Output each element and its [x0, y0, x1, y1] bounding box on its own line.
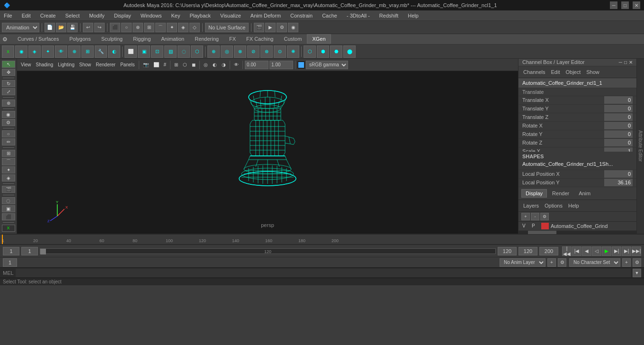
prev-key-btn[interactable]: |◀: [572, 246, 581, 256]
play-back-btn[interactable]: ◁: [592, 246, 601, 256]
xgen-tool-12[interactable]: ⊡: [151, 45, 163, 58]
prev-frame-btn[interactable]: ◀: [582, 246, 591, 256]
channel-value[interactable]: 1: [604, 147, 633, 151]
module-tab-polygons[interactable]: Polygons: [64, 34, 96, 44]
channel-value[interactable]: 0: [604, 96, 633, 104]
grid-btn[interactable]: #: [162, 61, 169, 68]
render-settings-btn[interactable]: ⚙: [277, 23, 287, 32]
play-fwd-btn[interactable]: ▶: [602, 246, 611, 256]
menu-item-edit[interactable]: Edit: [20, 12, 33, 19]
xgen-tool-15[interactable]: ⬡: [191, 45, 203, 58]
maximize-button[interactable]: □: [621, 1, 629, 9]
xgen-tool-23[interactable]: ⬡: [304, 45, 316, 58]
go-end-btn[interactable]: ▶▶|: [632, 246, 641, 256]
ao-btn[interactable]: ◑: [220, 61, 228, 68]
live-surface-btn[interactable]: No Live Surface: [205, 23, 249, 32]
char-set-btn1[interactable]: +: [622, 258, 631, 267]
xgen-icon-btn[interactable]: X: [2, 225, 15, 232]
channels-tab[interactable]: Channels: [521, 68, 547, 76]
snap-pt-left-btn[interactable]: ✦: [2, 166, 15, 173]
camera-btn[interactable]: 📷: [141, 61, 151, 68]
hypershade-btn[interactable]: ◉: [288, 23, 298, 32]
xgen-tool-20[interactable]: ⊛: [260, 45, 273, 58]
menu-item-help[interactable]: Help: [406, 12, 420, 19]
layer-options-btn[interactable]: ⚙: [540, 213, 549, 220]
xgen-tool-13[interactable]: ▧: [164, 45, 177, 58]
xgen-tool-16[interactable]: ⊕: [207, 45, 220, 58]
current-frame[interactable]: [21, 247, 38, 255]
lasso-btn[interactable]: ○: [121, 23, 132, 32]
xgen-tool-1[interactable]: X: [2, 45, 14, 58]
channel-value[interactable]: 0: [604, 139, 633, 146]
xgen-tool-5[interactable]: 👁: [55, 45, 67, 58]
shading-menu-btn[interactable]: Shading: [34, 61, 55, 68]
channel-value[interactable]: 0: [604, 130, 633, 138]
snap-grid-left-btn[interactable]: ⊞: [2, 150, 15, 157]
scrubber-area[interactable]: 120: [40, 248, 496, 254]
xgen-tool-21[interactable]: ⊙: [274, 45, 286, 58]
scrubber-handle[interactable]: [40, 249, 46, 254]
module-tab-curves-/-surfaces[interactable]: Curves / Surfaces: [12, 34, 64, 44]
xgen-tool-8[interactable]: 🔧: [95, 45, 107, 58]
cluster-btn[interactable]: ◌: [2, 197, 15, 204]
module-tab-animation[interactable]: Animation: [156, 34, 189, 44]
fps-input[interactable]: [519, 247, 537, 255]
layer-v-btn[interactable]: V: [522, 223, 530, 228]
save-btn[interactable]: 💾: [67, 23, 78, 32]
menu-item-display[interactable]: Display: [112, 12, 133, 19]
next-frame-btn[interactable]: ▶|: [612, 246, 621, 256]
render-view-btn[interactable]: 🎬: [2, 186, 15, 193]
paint-btn[interactable]: ⊕: [133, 23, 143, 32]
lighting-menu-btn[interactable]: Lighting: [56, 61, 76, 68]
rotate-tool-btn[interactable]: ↻: [2, 80, 15, 87]
xgen-tool-22[interactable]: ❋: [287, 45, 299, 58]
new-scene-btn[interactable]: 📄: [45, 23, 55, 32]
menu-item-cache[interactable]: Cache: [320, 12, 339, 19]
char-set-dropdown[interactable]: No Character Set: [569, 258, 620, 267]
go-start-btn[interactable]: |◀◀: [562, 246, 572, 256]
soft-select-btn[interactable]: ◉: [2, 111, 15, 118]
universal-btn[interactable]: ⊕: [2, 100, 15, 107]
menu-item-constrain[interactable]: Constrain: [288, 12, 314, 19]
module-tab-rendering[interactable]: Rendering: [189, 34, 224, 44]
layer-p-btn[interactable]: P: [532, 223, 539, 228]
next-key-btn[interactable]: ▶|: [622, 246, 631, 256]
color-space-dropdown[interactable]: sRGB gamma: [306, 61, 348, 69]
xgen-tool-11[interactable]: ▣: [138, 45, 150, 58]
add-layer-btn[interactable]: +: [521, 213, 530, 220]
panel-close-btn[interactable]: ✕: [629, 60, 633, 65]
scale-tool-btn[interactable]: ⤢: [2, 88, 15, 95]
close-button[interactable]: ✕: [633, 1, 640, 9]
redo-btn[interactable]: ↪: [94, 23, 105, 32]
channel-value[interactable]: 0: [604, 122, 633, 129]
panel-maximize-btn[interactable]: □: [624, 60, 627, 65]
range-end-input[interactable]: [498, 247, 517, 255]
xgen-tool-2[interactable]: ◉: [15, 45, 27, 58]
mel-history-btn[interactable]: ▼: [633, 269, 641, 277]
snap-point-btn[interactable]: ✦: [167, 23, 177, 32]
xgen-tool-6[interactable]: ⊕: [68, 45, 80, 58]
xgen-tool-14[interactable]: ◌: [178, 45, 190, 58]
help-tab[interactable]: Help: [566, 202, 581, 209]
mode-dropdown[interactable]: Animation: [2, 23, 39, 32]
xgen-tool-4[interactable]: ✦: [42, 45, 54, 58]
menu-item-windows[interactable]: Windows: [139, 12, 164, 19]
menu-item-playback[interactable]: Playback: [188, 12, 213, 19]
options-tab[interactable]: Options: [543, 202, 564, 209]
isolate-btn[interactable]: 👁: [232, 61, 241, 68]
snap-curve-left-btn[interactable]: ⌒: [2, 158, 15, 165]
panel-minimize-btn[interactable]: ─: [619, 60, 622, 65]
show-tab[interactable]: Show: [584, 68, 601, 76]
xgen-tool-25[interactable]: ⬣: [330, 45, 342, 58]
current-frame-start[interactable]: [3, 247, 19, 255]
shadow-btn[interactable]: ◐: [211, 61, 219, 68]
paint-sel-btn[interactable]: ✏: [2, 138, 15, 145]
menu-item-create[interactable]: Create: [38, 12, 58, 19]
select-btn[interactable]: ⬛: [110, 23, 120, 32]
module-tab-rigging[interactable]: Rigging: [128, 34, 156, 44]
frame-start-status[interactable]: [3, 258, 17, 267]
menu-item-redshift[interactable]: Redshift: [377, 12, 400, 19]
select-tool-btn[interactable]: ↖: [2, 61, 15, 68]
module-tab-xgen[interactable]: XGen: [307, 34, 331, 44]
anim-layer-btn2[interactable]: ⚙: [558, 258, 566, 267]
